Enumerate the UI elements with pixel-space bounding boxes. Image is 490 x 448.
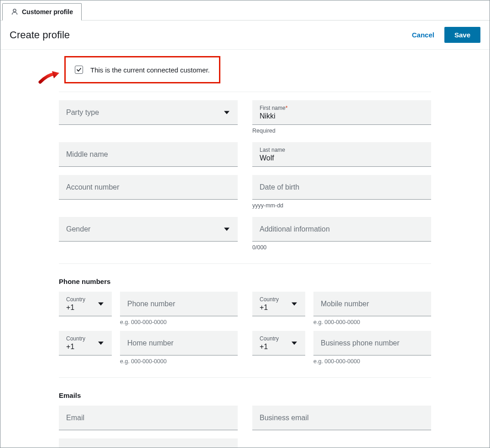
svg-point-0 [13,9,16,12]
dob-field: Date of birth yyyy-mm-dd [252,175,431,209]
last-name-input[interactable]: Last name [252,142,431,167]
cancel-button[interactable]: Cancel [412,31,434,39]
country-label: Country [260,296,298,303]
email-grid: Email Business email Personal email [59,406,431,448]
email-placeholder: Email [66,414,230,422]
phone-helper: e.g. 000-000-0000 [120,319,238,325]
connected-customer-checkbox[interactable] [75,66,83,74]
first-name-value[interactable] [260,112,424,120]
dob-placeholder: Date of birth [260,183,424,191]
header-actions: Cancel Save [412,27,480,43]
mobile-placeholder: Mobile number [321,300,424,308]
chevron-down-icon [224,111,229,114]
chevron-down-icon [98,341,104,345]
connected-customer-highlight: This is the current connected customer. [64,56,220,83]
middle-name-placeholder: Middle name [66,150,230,159]
business-country-select[interactable]: Country +1 [252,331,305,355]
business-email-field: Business email [252,406,431,430]
country-label: Country [66,296,104,303]
connected-customer-label: This is the current connected customer. [90,66,210,74]
party-type-select[interactable]: Party type [59,100,238,125]
phone-number-field: Country +1 Phone number e.g. 000-000-000… [59,292,238,325]
personal-email-placeholder: Personal email [66,447,230,448]
dob-helper: yyyy-mm-dd [252,202,431,209]
first-name-label: First name* [260,105,424,111]
phone-number-input[interactable]: Phone number [120,292,238,316]
chevron-down-icon [292,302,297,305]
email-section-title: Emails [59,378,431,406]
first-name-field: First name* Required [252,100,431,134]
home-placeholder: Home number [127,339,230,347]
party-type-field: Party type [59,100,238,134]
gender-placeholder: Gender [66,225,230,233]
save-button[interactable]: Save [444,27,480,43]
chevron-down-icon [224,227,229,231]
phone-placeholder: Phone number [127,300,230,308]
tab-bar: Customer profile [0,0,490,21]
first-name-helper: Required [252,128,431,134]
home-helper: e.g. 000-000-0000 [120,358,238,365]
account-number-input[interactable]: Account number [59,175,238,200]
last-name-value[interactable] [260,154,424,162]
callout-arrow-icon [38,70,61,84]
additional-info-helper: 0/000 [252,244,431,251]
middle-name-field: Middle name [59,142,238,167]
home-number-input[interactable]: Home number [120,331,238,355]
last-name-label: Last name [260,147,424,153]
additional-info-input[interactable]: Additional information [252,217,431,242]
app-frame: Customer profile Create profile Cancel S… [0,0,490,448]
check-icon [76,67,82,72]
phone-row-1: Country +1 Phone number e.g. 000-000-000… [59,292,431,325]
country-label: Country [66,335,104,342]
mobile-number-field: Country +1 Mobile number e.g. 000-000-00… [252,292,431,325]
first-name-input[interactable]: First name* [252,100,431,125]
business-number-field: Country +1 Business phone number e.g. 00… [252,331,431,365]
chevron-down-icon [98,302,104,305]
form-content: This is the current connected customer. … [0,50,490,448]
personal-email-input[interactable]: Personal email [59,438,238,448]
additional-info-placeholder: Additional information [260,225,424,233]
phone-country-select[interactable]: Country +1 [59,292,112,316]
gender-field: Gender [59,217,238,251]
tab-customer-profile[interactable]: Customer profile [2,3,82,21]
account-number-field: Account number [59,175,238,209]
additional-info-field: Additional information 0/000 [252,217,431,251]
person-icon [11,8,18,15]
personal-email-field: Personal email [59,438,238,448]
account-number-placeholder: Account number [66,183,230,191]
mobile-country-select[interactable]: Country +1 [252,292,305,316]
country-label: Country [260,335,298,342]
last-name-field: Last name [252,142,431,167]
mobile-number-input[interactable]: Mobile number [313,292,431,316]
chevron-down-icon [292,341,297,345]
page-header: Create profile Cancel Save [0,21,490,50]
business-helper: e.g. 000-000-0000 [313,358,431,365]
phone-section-title: Phone numbers [59,264,431,292]
home-number-field: Country +1 Home number e.g. 000-000-0000 [59,331,238,365]
identity-grid: Party type First name* Required Middle n… [59,100,431,251]
middle-name-input[interactable]: Middle name [59,142,238,167]
divider [59,92,431,92]
empty-cell [252,438,431,448]
page-title: Create profile [10,29,70,41]
home-country-select[interactable]: Country +1 [59,331,112,355]
gender-select[interactable]: Gender [59,217,238,242]
business-email-input[interactable]: Business email [252,406,431,430]
tab-label: Customer profile [22,8,73,15]
email-field: Email [59,406,238,430]
business-email-placeholder: Business email [260,414,424,422]
dob-input[interactable]: Date of birth [252,175,431,200]
business-number-input[interactable]: Business phone number [313,331,431,355]
business-placeholder: Business phone number [321,339,424,347]
phone-row-2: Country +1 Home number e.g. 000-000-0000… [59,331,431,365]
party-type-placeholder: Party type [66,108,230,117]
email-input[interactable]: Email [59,406,238,430]
mobile-helper: e.g. 000-000-0000 [313,319,431,325]
